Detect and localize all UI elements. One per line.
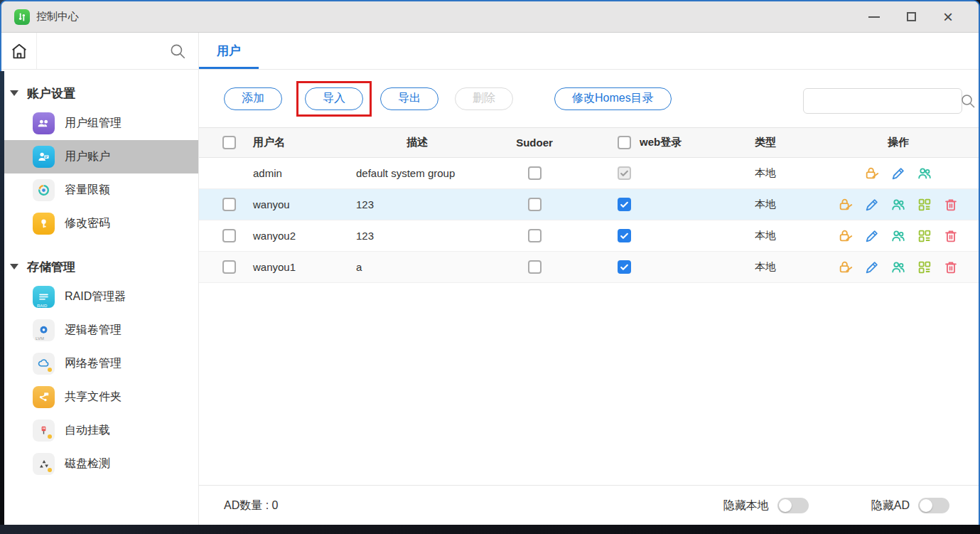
- edit-icon[interactable]: [864, 197, 880, 213]
- sidebar-item-user-account[interactable]: 用户账户: [1, 140, 198, 173]
- web-login-checkbox[interactable]: [618, 229, 631, 242]
- username-cell: wanyou2: [236, 230, 346, 242]
- quota-icon: [33, 179, 55, 201]
- app-permissions-icon[interactable]: [917, 228, 932, 244]
- table-search-box: [803, 88, 962, 114]
- minimize-button[interactable]: [863, 6, 885, 28]
- home-icon: [9, 41, 29, 61]
- web-login-checkbox[interactable]: [618, 198, 631, 211]
- annotation-highlight-box: 导入: [296, 81, 372, 117]
- tab-users-label: 用户: [217, 43, 241, 59]
- change-password-icon[interactable]: [838, 228, 854, 244]
- auto-mount-icon: [33, 420, 55, 442]
- sidebar-item-change-password[interactable]: 修改密码: [1, 207, 198, 240]
- table-footer: AD数量 : 0 隐藏本地 隐藏AD: [199, 485, 980, 525]
- description-cell: default system group: [346, 167, 488, 179]
- header-row: 用户: [1, 33, 979, 70]
- column-username: 用户名: [236, 136, 346, 149]
- sidebar-item-disk-check[interactable]: 磁盘检测: [1, 447, 198, 481]
- row-checkbox[interactable]: [222, 198, 236, 211]
- collapse-triangle-icon: [10, 264, 18, 269]
- app-permissions-icon[interactable]: [917, 197, 932, 213]
- close-button[interactable]: ×: [937, 6, 959, 28]
- column-type: 类型: [716, 136, 815, 149]
- maximize-button[interactable]: [900, 6, 922, 28]
- shared-folder-icon: [33, 386, 55, 408]
- sidebar-item-network-volume[interactable]: 网络卷管理: [1, 347, 198, 380]
- sidebar-section-account[interactable]: 账户设置: [1, 80, 198, 107]
- sidebar: 账户设置 用户组管理 用户账户: [1, 70, 199, 525]
- modify-homes-button[interactable]: 修改Homes目录: [554, 87, 672, 110]
- type-cell: 本地: [716, 229, 815, 242]
- user-groups-icon[interactable]: [917, 166, 932, 181]
- sidebar-header: [1, 33, 199, 69]
- network-volume-icon: [33, 353, 55, 375]
- hide-local-toggle[interactable]: [777, 498, 809, 513]
- home-button[interactable]: [1, 33, 37, 69]
- sudoer-checkbox[interactable]: [528, 260, 542, 274]
- tab-active-underline: [199, 67, 259, 69]
- change-password-icon[interactable]: [838, 197, 854, 213]
- user-groups-icon[interactable]: [890, 197, 906, 213]
- app-permissions-icon[interactable]: [917, 260, 932, 275]
- sidebar-item-quota[interactable]: 容量限额: [1, 173, 198, 207]
- export-button[interactable]: 导出: [380, 87, 438, 110]
- column-description: 描述: [346, 136, 488, 149]
- type-cell: 本地: [716, 260, 815, 274]
- row-checkbox[interactable]: [222, 229, 236, 242]
- main-panel: 添加 导入 导出 删除 修改Homes目录: [199, 70, 980, 525]
- row-checkbox[interactable]: [222, 260, 236, 274]
- web-login-checkbox[interactable]: [618, 260, 631, 274]
- sidebar-item-raid-manager[interactable]: RAID RAID管理器: [1, 280, 198, 314]
- column-sudoer: Sudoer: [488, 137, 581, 149]
- table-header: 用户名 描述 Sudoer web登录 类型 操作: [199, 127, 980, 158]
- sidebar-item-shared-folder[interactable]: 共享文件夹: [1, 380, 198, 414]
- tab-strip: 用户: [199, 33, 979, 69]
- table-row[interactable]: admin default system group 本地: [199, 158, 980, 189]
- username-cell: wanyou: [236, 198, 346, 210]
- change-password-icon: [33, 213, 55, 235]
- collapse-triangle-icon: [10, 90, 18, 96]
- window-title: 控制中心: [36, 10, 79, 23]
- type-cell: 本地: [716, 198, 815, 211]
- search-icon: [168, 42, 187, 60]
- hide-ad-label: 隐藏AD: [871, 498, 910, 513]
- table-search-input[interactable]: [804, 89, 959, 113]
- edit-icon[interactable]: [864, 260, 880, 275]
- sidebar-item-auto-mount[interactable]: 自动挂载: [1, 414, 198, 447]
- username-cell: wanyou1: [236, 261, 346, 273]
- username-cell: admin: [236, 167, 346, 179]
- edit-icon[interactable]: [890, 166, 906, 181]
- sudoer-checkbox[interactable]: [528, 198, 542, 211]
- add-button[interactable]: 添加: [224, 87, 282, 110]
- description-cell: 123: [346, 230, 488, 242]
- import-button[interactable]: 导入: [305, 87, 363, 110]
- delete-icon[interactable]: [943, 260, 959, 275]
- sidebar-item-user-group[interactable]: 用户组管理: [1, 107, 198, 140]
- user-group-icon: [33, 112, 55, 134]
- edit-icon[interactable]: [864, 228, 880, 244]
- column-web-login: web登录: [640, 136, 682, 149]
- sidebar-item-lvm[interactable]: LVM 逻辑卷管理: [1, 314, 198, 347]
- change-password-icon[interactable]: [838, 260, 854, 275]
- sudoer-checkbox[interactable]: [528, 229, 542, 242]
- table-row[interactable]: wanyou2 123 本地: [199, 220, 980, 252]
- delete-icon[interactable]: [943, 228, 959, 244]
- sudoer-checkbox[interactable]: [528, 166, 542, 180]
- type-cell: 本地: [716, 166, 815, 180]
- user-groups-icon[interactable]: [890, 228, 906, 244]
- tab-users[interactable]: 用户: [199, 33, 259, 69]
- sidebar-search-button[interactable]: [37, 33, 198, 69]
- table-row[interactable]: wanyou 123 本地: [199, 189, 980, 220]
- disk-check-icon: [33, 453, 55, 475]
- delete-icon[interactable]: [943, 197, 959, 213]
- sidebar-section-storage[interactable]: 存储管理: [1, 253, 198, 280]
- delete-button[interactable]: 删除: [455, 87, 513, 110]
- change-password-icon[interactable]: [864, 166, 880, 181]
- hide-ad-toggle[interactable]: [918, 498, 949, 513]
- select-all-checkbox[interactable]: [222, 136, 236, 149]
- table-row[interactable]: wanyou1 a 本地: [199, 252, 980, 283]
- user-groups-icon[interactable]: [890, 260, 906, 275]
- description-cell: a: [346, 261, 488, 273]
- web-login-all-checkbox[interactable]: [618, 136, 631, 149]
